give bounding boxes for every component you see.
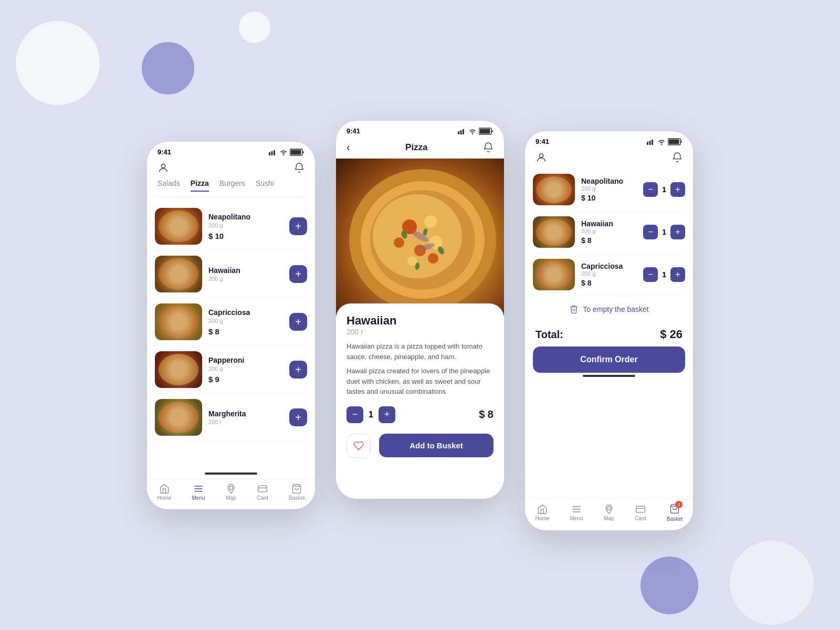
basket-list: Neapolitano 200 g $ 10 − 1 + Hawaiian 20… [525,169,693,296]
svg-rect-0 [269,152,270,155]
heart-icon [353,440,364,451]
nav-basket-3[interactable]: 3 Basket [667,503,683,522]
nav-map-3[interactable]: Map [604,504,614,521]
tab-sushi[interactable]: Sushi [256,179,274,192]
nav-menu-3[interactable]: Menu [570,504,583,521]
detail-header: Hawaiian 200 r [346,314,494,336]
basket-qty-2: − 1 + [643,225,685,239]
nav-card-3[interactable]: Card [635,504,646,521]
home-indicator-1 [205,472,257,475]
map-icon-3 [604,504,614,514]
status-bar-3: 9:41 [525,131,693,149]
menu-item-papperoni[interactable]: Papperoni 200 g $ 9 + [147,346,315,394]
bell-icon-3 [672,152,682,163]
menu-name-2: Hawaiian [208,266,283,275]
menu-weight-5: 200 r [208,419,283,425]
add-btn-2[interactable]: + [289,265,307,283]
nav-map-1[interactable]: Map [226,484,236,501]
card-icon-1 [257,484,268,494]
status-bar-1: 9:41 [147,142,315,159]
tab-salads[interactable]: Salads [158,179,180,192]
nav-home-3[interactable]: Home [536,504,550,521]
confirm-order-button[interactable]: Confirm Order [533,346,685,373]
nav-label-basket-1: Basket [289,495,305,501]
add-btn-5[interactable]: + [289,408,307,426]
nav-menu-1[interactable]: Menu [192,484,205,501]
nav-label-menu-3: Menu [570,516,583,521]
battery-icon-3 [668,138,682,145]
svg-rect-43 [649,141,651,145]
tab-pizza[interactable]: Pizza [191,179,209,192]
add-btn-4[interactable]: + [289,361,307,379]
total-row: Total: $ 26 [525,322,693,346]
detail-name: Hawaiian [346,314,396,328]
menu-img-3 [155,303,202,340]
menu-info-3: Capricciosa 200 g $ 8 [208,308,283,336]
menu-img-2 [155,256,202,292]
home-indicator-3 [583,375,635,377]
nav-basket-1[interactable]: Basket [289,484,305,501]
status-icons-1 [269,149,304,156]
basket-price-2: $ 8 [581,236,637,245]
menu-icon-3 [571,504,582,514]
detail-card: Hawaiian 200 r Hawaiian pizza is a pizza… [336,303,504,499]
basket-info-3: Capricciosa 200 g $ 8 [581,262,637,287]
basket-img-2 [533,216,575,248]
phones-container: 9:41 Salads Pizza Burgers Sushi [147,100,693,530]
deco-circle-5 [640,556,698,614]
svg-rect-17 [480,129,490,133]
basket-minus-3[interactable]: − [643,267,658,282]
detail-weight: 200 r [346,328,396,336]
basket-item-neapolitano: Neapolitano 200 g $ 10 − 1 + [533,169,685,211]
favorite-button[interactable] [346,434,371,458]
basket-minus-2[interactable]: − [643,225,658,239]
menu-item-hawaiian[interactable]: Hawaiian 200 g + [147,250,315,298]
tab-burgers[interactable]: Burgers [219,179,245,192]
basket-minus-1[interactable]: − [643,182,658,197]
nav-label-card-3: Card [635,516,646,521]
hero-pizza-svg [336,159,504,316]
basket-weight-3: 200 g [581,270,637,277]
menu-price-1: $ 10 [208,232,283,240]
total-value: $ 26 [660,328,682,341]
menu-name-5: Margherita [208,410,283,418]
nav-label-card-1: Card [257,495,268,501]
bell-icon-2 [483,142,494,153]
qty-minus-btn[interactable]: − [346,406,363,423]
header-1 [147,159,315,179]
basket-plus-1[interactable]: + [670,182,685,197]
basket-plus-2[interactable]: + [670,225,685,239]
map-icon-1 [226,484,236,494]
svg-point-5 [161,164,165,168]
detail-desc-2: Hawaii pizza created for lovers of the p… [346,366,494,397]
basket-weight-1: 200 g [581,185,637,192]
action-row: Add to Busket [346,434,494,458]
add-btn-1[interactable]: + [289,217,307,235]
menu-item-neapolitano[interactable]: Neapolitano 200 g $ 10 + [147,203,315,250]
svg-rect-10 [258,486,267,492]
detail-header-bar: ‹ Pizza [336,138,504,159]
svg-point-28 [428,253,438,264]
qty-plus-btn[interactable]: + [379,406,395,423]
nav-home-1[interactable]: Home [158,484,172,501]
status-icons-2 [458,128,494,135]
detail-title: Pizza [405,142,428,153]
deco-circle-6 [730,541,814,625]
phone-basket: 9:41 Neapolitano 200 g $ 10 [525,131,693,530]
menu-item-margherita[interactable]: Margherita 200 r + [147,394,315,442]
add-to-basket-button[interactable]: Add to Busket [379,434,494,457]
empty-basket-link[interactable]: To empty the basket [525,304,693,314]
back-button[interactable]: ‹ [346,141,350,153]
menu-item-capricciosa[interactable]: Capricciosa 200 g $ 8 + [147,298,315,346]
phone-menu: 9:41 Salads Pizza Burgers Sushi [147,142,315,509]
nav-label-map-1: Map [226,495,236,501]
basket-img-1 [533,174,575,205]
add-btn-3[interactable]: + [289,313,307,331]
basket-plus-3[interactable]: + [670,267,685,282]
basket-weight-2: 200 g [581,228,637,234]
basket-price-1: $ 10 [581,194,637,202]
basket-item-hawaiian: Hawaiian 200 g $ 8 − 1 + [533,211,685,254]
basket-icon-1 [291,484,302,494]
nav-card-1[interactable]: Card [257,484,268,501]
deco-circle-1 [16,21,100,105]
